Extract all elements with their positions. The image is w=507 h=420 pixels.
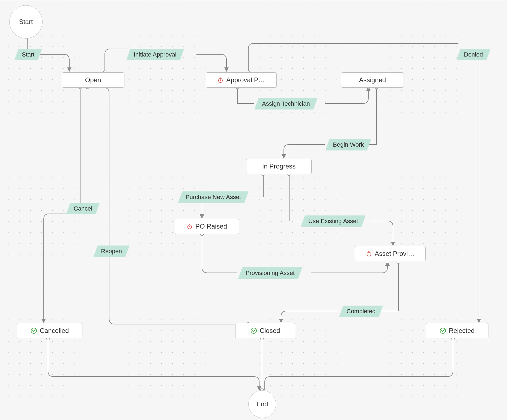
node-label: Asset Provi… (375, 250, 414, 258)
node-start[interactable]: Start (9, 5, 43, 39)
node-asset-provisioning[interactable]: Asset Provi… (355, 246, 426, 261)
node-assigned[interactable]: Assigned (341, 72, 404, 88)
node-approval-pending[interactable]: Approval P… (206, 72, 277, 88)
svg-rect-20 (220, 79, 221, 81)
svg-rect-25 (368, 251, 369, 252)
stopwatch-icon (217, 77, 223, 83)
node-label: Start (19, 18, 33, 26)
node-po-raised[interactable]: PO Raised (175, 219, 239, 234)
transition-use-existing-asset[interactable]: Use Existing Asset (301, 215, 365, 227)
transition-cancel[interactable]: Cancel (66, 203, 100, 214)
check-circle-icon (250, 327, 257, 334)
node-open[interactable]: Open (62, 72, 124, 88)
node-label: Open (85, 76, 101, 84)
transition-denied[interactable]: Denied (456, 49, 490, 60)
transition-completed[interactable]: Completed (339, 306, 383, 317)
transition-reopen[interactable]: Reopen (93, 246, 129, 257)
check-circle-icon (31, 327, 37, 334)
node-closed[interactable]: Closed (235, 323, 295, 338)
workflow-canvas[interactable]: Start Open Approval P… Assigned In Progr… (0, 0, 507, 420)
node-in-progress[interactable]: In Progress (246, 159, 312, 174)
node-rejected[interactable]: Rejected (426, 323, 488, 338)
transition-begin-work[interactable]: Begin Work (325, 139, 371, 150)
node-label: Closed (260, 327, 280, 335)
svg-rect-23 (189, 226, 190, 227)
node-cancelled[interactable]: Cancelled (17, 323, 82, 338)
svg-rect-19 (220, 78, 221, 78)
transition-start[interactable]: Start (14, 49, 42, 60)
stopwatch-icon (366, 251, 372, 257)
transition-purchase-new-asset[interactable]: Purchase New Asset (178, 191, 248, 203)
node-end[interactable]: End (248, 390, 276, 418)
svg-rect-22 (189, 224, 190, 225)
node-label: In Progress (262, 162, 296, 170)
transition-initiate-approval[interactable]: Initiate Approval (126, 49, 184, 60)
node-label: Assigned (359, 76, 386, 84)
transition-assign-technician[interactable]: Assign Technician (254, 98, 317, 110)
node-label: End (257, 400, 268, 408)
node-label: PO Raised (195, 223, 227, 230)
check-circle-icon (440, 327, 446, 334)
transition-provisioning-asset[interactable]: Provisioning Asset (238, 267, 302, 279)
stopwatch-icon (187, 223, 193, 229)
node-label: Rejected (449, 327, 475, 335)
node-label: Approval P… (226, 76, 265, 84)
svg-rect-26 (369, 253, 369, 255)
node-label: Cancelled (40, 327, 69, 335)
